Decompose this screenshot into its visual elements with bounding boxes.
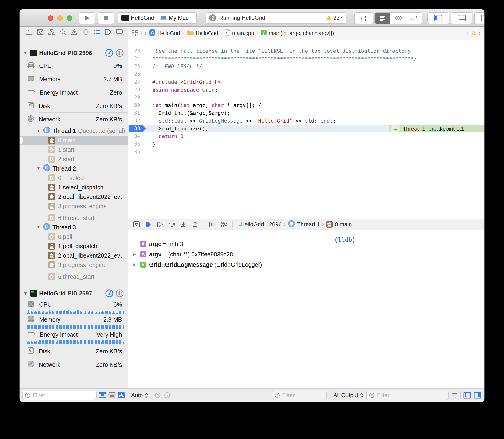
toggle-breakpoints-button[interactable] <box>143 220 153 229</box>
standard-editor-button[interactable] <box>375 13 390 24</box>
gauge-button[interactable] <box>105 289 114 298</box>
stack-frame[interactable]: 1 start <box>20 145 128 154</box>
variable-row[interactable]: ▶VGrid::GridLogMessage (Grid::GridLogger… <box>128 259 330 270</box>
line-number-gutter[interactable]: 28 <box>128 86 147 94</box>
line-number-gutter[interactable]: 26 <box>128 70 147 78</box>
line-number[interactable]: 25 <box>128 62 140 70</box>
disclosure-triangle[interactable]: ▼ <box>36 128 41 133</box>
stack-frame[interactable]: 2 opal_libevent2022_ev… <box>20 251 128 260</box>
stat-row-disk[interactable]: DiskZero KB/s <box>20 99 128 112</box>
related-items-icon[interactable] <box>132 30 138 37</box>
tab-breakpoint-navigator[interactable] <box>105 28 112 36</box>
tab-issue-navigator[interactable] <box>71 28 78 36</box>
go-back-button[interactable]: ‹ <box>141 30 142 37</box>
line-number[interactable]: 33 <box>128 125 140 133</box>
variable-row[interactable]: Aargc = (int) 3 <box>128 239 330 249</box>
stat-row-memory[interactable]: Memory2.7 MB <box>20 73 128 86</box>
variables-filter-input[interactable] <box>282 392 324 399</box>
stack-frame[interactable]: 2 opal_libevent2022_ev… <box>20 192 128 201</box>
process-row[interactable]: ▼HelloGridPID 2697 <box>20 287 128 300</box>
go-forward-button[interactable]: › <box>145 30 147 37</box>
navigator-filter-input[interactable] <box>32 392 94 399</box>
console-filter-field[interactable] <box>366 390 448 400</box>
flatten-view-button[interactable] <box>99 392 106 398</box>
code-line[interactable]: 35} <box>128 140 484 148</box>
code-line[interactable]: 31 Grid_init(&argc,&argv); <box>128 109 484 117</box>
line-number-gutter[interactable]: 32 <box>128 117 147 125</box>
thread-row[interactable]: ▼Thread 3 <box>20 222 128 232</box>
line-number[interactable]: 30 <box>128 101 140 109</box>
line-number[interactable]: 34 <box>128 133 140 140</box>
disclosure-triangle[interactable]: ▶ <box>132 252 137 257</box>
variables-scope-dropdown[interactable]: Auto <box>131 392 148 399</box>
stat-row-energy[interactable]: Energy ImpactZero <box>20 86 128 99</box>
stack-frame[interactable]: 0 main <box>20 135 128 145</box>
jumpbar-item-project[interactable]: AHelloGrid <box>149 29 180 37</box>
code-line[interactable]: 24**************************************… <box>128 55 484 62</box>
previous-issue-button[interactable]: ‹ <box>467 30 469 37</box>
code-line[interactable]: 29 <box>128 94 484 101</box>
console-output[interactable]: (lldb) <box>330 230 484 389</box>
stack-frame[interactable]: 3 progress_engine <box>20 201 128 211</box>
stat-row-disk[interactable]: DiskZero KB/s <box>20 345 128 358</box>
code-snippets-button[interactable]: { } <box>354 12 373 24</box>
process-row[interactable]: ▼HelloGridPID 2696 <box>20 47 128 59</box>
tab-report-navigator[interactable] <box>116 28 123 36</box>
debug-crumb-terminal[interactable]: HelloGrid - 2696 <box>238 221 282 228</box>
quicklook-eye-icon[interactable] <box>154 392 161 398</box>
line-number[interactable]: 28 <box>128 86 140 94</box>
disclosure-triangle[interactable]: ▶ <box>132 262 137 267</box>
stat-row-network[interactable]: NetworkZero KB/s <box>20 113 128 126</box>
jumpbar-item-function[interactable]: fmain(int argc, char * argv[]) <box>261 29 334 37</box>
code-line[interactable]: 23 See the full license in the file "LIC… <box>128 47 484 55</box>
line-number-gutter[interactable]: 27 <box>128 78 147 86</box>
close-window-button[interactable] <box>48 15 53 21</box>
variables-filter-field[interactable] <box>272 390 327 400</box>
tab-source-control-navigator[interactable] <box>37 28 44 36</box>
line-number[interactable]: 29 <box>128 94 140 101</box>
line-number-gutter[interactable]: 23 <box>128 47 147 55</box>
threads-view-button[interactable] <box>116 49 124 57</box>
line-number-gutter[interactable]: 33 <box>128 125 147 133</box>
next-issue-button[interactable]: › <box>479 30 481 37</box>
code-line[interactable]: 32 std::cout << GridLogMessage << "Hello… <box>128 117 484 125</box>
line-number[interactable]: 31 <box>128 109 140 117</box>
code-line[interactable]: 36 <box>128 148 484 156</box>
line-number[interactable]: 24 <box>128 55 140 62</box>
stack-frame[interactable]: 3 progress_engine <box>20 260 128 270</box>
code-line[interactable]: 26 <box>128 70 484 78</box>
step-over-button[interactable] <box>166 220 177 229</box>
issue-warning-icon[interactable] <box>471 31 477 36</box>
line-number[interactable]: 23 <box>128 47 140 55</box>
stop-button[interactable] <box>98 12 114 24</box>
stack-frame[interactable]: 6 thread_start <box>20 213 128 222</box>
line-number-gutter[interactable]: 24 <box>128 55 147 62</box>
stack-frame[interactable]: 0 __select <box>20 173 128 183</box>
stack-frame[interactable]: 0 poll <box>20 232 128 241</box>
disclosure-triangle[interactable]: ▼ <box>36 166 41 171</box>
tab-debug-navigator-selected[interactable] <box>93 28 100 36</box>
continue-button[interactable] <box>155 220 165 229</box>
minimize-window-button[interactable] <box>57 15 63 21</box>
debug-crumb-frame[interactable]: 0 main <box>326 221 352 228</box>
memory-graph-button[interactable] <box>219 220 229 229</box>
gauge-button[interactable] <box>105 49 114 57</box>
toggle-variables-view-button[interactable] <box>463 392 471 399</box>
disclosure-triangle[interactable]: ▼ <box>23 50 28 56</box>
code-line[interactable]: 27#include <Grid/Grid.h> <box>128 78 484 86</box>
stat-row-cpu[interactable]: CPU6% <box>20 300 128 309</box>
step-out-button[interactable] <box>190 220 200 229</box>
code-line[interactable]: 25/* END LEGAL */ <box>128 62 484 70</box>
info-icon[interactable] <box>164 392 170 398</box>
clear-console-button[interactable] <box>451 392 457 399</box>
run-button[interactable] <box>79 12 95 24</box>
code-line[interactable]: 30int main(int argc, char * argv[]) { <box>128 101 484 109</box>
stat-row-cpu[interactable]: CPU0% <box>20 59 128 72</box>
debug-view-hierarchy-button[interactable] <box>207 220 217 229</box>
jumpbar-item-cppfile[interactable]: C++main.cpp <box>225 29 254 37</box>
line-number[interactable]: 35 <box>128 140 140 148</box>
stack-frame[interactable]: 6 thread_start <box>20 272 128 281</box>
code-line[interactable]: 33 Grid_finalize();☰Thread 1: breakpoint… <box>128 125 484 133</box>
console-output-dropdown[interactable]: All Output <box>333 392 364 399</box>
line-number-gutter[interactable]: 25 <box>128 62 147 70</box>
